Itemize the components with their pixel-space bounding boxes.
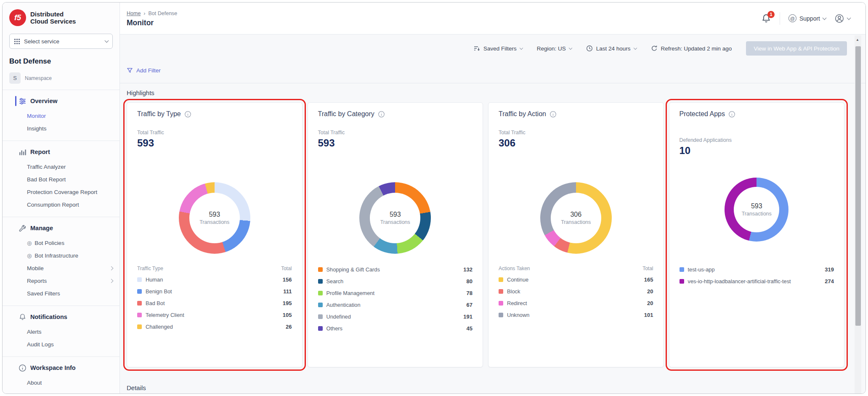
legend-row-profile-management[interactable]: Profile Management78 [318, 287, 473, 299]
sidebar-section-label: Workspace Info [30, 364, 76, 371]
sidebar-item-alerts[interactable]: Alerts [3, 325, 119, 338]
sidebar-divider [3, 356, 119, 357]
brand-logo[interactable]: f5 Distributed Cloud Services [3, 3, 119, 29]
sidebar-section-overview[interactable]: Overview [3, 93, 119, 109]
legend-row-benign-bot[interactable]: Benign Bot111 [137, 285, 292, 297]
sidebar-item-mobile[interactable]: Mobile [3, 262, 119, 274]
info-icon[interactable] [549, 111, 557, 118]
legend-label: Bad Bot [146, 300, 283, 306]
legend-row-authentication[interactable]: Authentication67 [318, 299, 473, 311]
app-grid-icon [14, 38, 20, 45]
select-service-label: Select service [24, 38, 101, 45]
legend-row-human[interactable]: Human156 [137, 274, 292, 285]
legend-row-continue[interactable]: Continue165 [499, 274, 653, 285]
legend-label: Profile Management [326, 290, 467, 296]
info-icon[interactable] [378, 111, 385, 118]
legend-label: Block [507, 288, 647, 295]
support-icon: @ [788, 14, 796, 22]
legend-row-shopping-gift-cards[interactable]: Shopping & Gift Cards132 [318, 263, 473, 275]
legend-value: 195 [283, 300, 292, 306]
saved-filters-dropdown[interactable]: Saved Filters [473, 45, 523, 52]
time-range-dropdown[interactable]: Last 24 hours [586, 45, 637, 52]
namespace-row[interactable]: S Namespace [9, 72, 113, 84]
notifications-bell-button[interactable]: 1 [761, 13, 771, 24]
breadcrumb-home-link[interactable]: Home [127, 11, 141, 16]
legend-value: 80 [467, 278, 472, 284]
sidebar-item-label: Reports [27, 278, 47, 284]
sidebar-item-bot-infrastructure[interactable]: ◎Bot Infrastructure [3, 249, 119, 262]
sidebar-item-label: Mobile [27, 265, 44, 271]
user-menu[interactable] [834, 13, 850, 24]
donut-chart[interactable]: 593 Transactions [725, 178, 788, 242]
sidebar-item-insights[interactable]: Insights [3, 122, 119, 135]
add-filter-button[interactable]: Add Filter [127, 67, 161, 74]
legend-row-block[interactable]: Block20 [499, 285, 653, 297]
region-dropdown[interactable]: Region: US [537, 45, 572, 52]
sidebar-divider [3, 141, 119, 141]
legend-row-redirect[interactable]: Redirect20 [499, 297, 653, 309]
card-title: Traffic by Action [499, 110, 546, 118]
sidebar: f5 Distributed Cloud Services Select ser… [3, 3, 120, 393]
sidebar-item-bad-bot-report[interactable]: Bad Bot Report [3, 173, 119, 186]
sidebar-section-manage[interactable]: Manage [3, 220, 119, 237]
region-label: Region: US [537, 45, 566, 52]
view-in-waap-button[interactable]: View in Web App & API Protection [746, 41, 847, 56]
brand-name: Distributed Cloud Services [30, 11, 76, 25]
sidebar-item-label: Insights [27, 125, 47, 132]
legend-row-ves-io-http-loadbalancer-artificial-traffic-test[interactable]: ves-io-http-loadbalancer-artificial-traf… [680, 275, 834, 287]
scroll-up-arrow-icon[interactable]: ▲ [856, 38, 859, 42]
sidebar-item-reports[interactable]: Reports [3, 274, 119, 287]
sidebar-section-report[interactable]: Report [3, 144, 119, 160]
legend-row-challenged[interactable]: Challenged26 [137, 321, 292, 332]
vertical-scrollbar[interactable]: ▲ [855, 35, 861, 393]
card-legend: Actions TakenTotalContinue165Block20Redi… [499, 263, 653, 321]
clock-icon [586, 45, 593, 52]
legend-value: 191 [463, 314, 472, 320]
legend-value: 156 [283, 276, 292, 283]
legend-row-bad-bot[interactable]: Bad Bot195 [137, 297, 292, 309]
sidebar-section-workspace-info[interactable]: Workspace Info [3, 359, 119, 376]
sidebar-item-about[interactable]: About [3, 376, 119, 389]
chevron-down-icon [568, 46, 572, 49]
legend-row-telemetry-client[interactable]: Telemetry Client105 [137, 309, 292, 321]
sidebar-item-monitor[interactable]: Monitor [3, 109, 119, 122]
legend-value: 111 [283, 288, 292, 295]
chevron-right-icon [109, 279, 114, 283]
legend-row-unknown[interactable]: Unknown101 [499, 309, 653, 321]
sidebar-item-saved-filters[interactable]: Saved Filters [3, 287, 119, 300]
sidebar-item-bot-policies[interactable]: ◎Bot Policies [3, 237, 119, 249]
sidebar-item-label: Protection Coverage Report [27, 189, 97, 195]
chevron-down-icon [519, 46, 523, 49]
legend-swatch [318, 326, 323, 331]
donut-center-label: Transactions [742, 211, 772, 217]
legend-row-test-us-app[interactable]: test-us-app319 [680, 263, 834, 275]
donut-chart[interactable]: 593 Transactions [359, 182, 431, 254]
sidebar-item-consumption-report[interactable]: Consumption Report [3, 198, 119, 211]
legend-row-undefined[interactable]: Undefined191 [318, 311, 473, 322]
sidebar-section-notifications[interactable]: Notifications [3, 308, 119, 325]
select-service-dropdown[interactable]: Select service [9, 34, 113, 49]
donut-chart[interactable]: 306 Transactions [540, 182, 612, 254]
legend-row-search[interactable]: Search80 [318, 275, 473, 287]
card-title: Protected Apps [680, 110, 725, 118]
card-legend: test-us-app319ves-io-http-loadbalancer-a… [680, 263, 834, 287]
donut-center-value: 593 [390, 211, 401, 218]
user-avatar-icon [834, 13, 844, 24]
sidebar-item-label: Bad Bot Report [27, 176, 66, 183]
refresh-button[interactable]: Refresh: Updated 2 min ago [651, 45, 732, 52]
sidebar-item-label: About [27, 380, 42, 386]
sidebar-item-audit-logs[interactable]: Audit Logs [3, 338, 119, 351]
sidebar-divider [3, 217, 119, 217]
donut-chart[interactable]: 593 Transactions [179, 182, 250, 254]
legend-label: test-us-app [688, 266, 825, 273]
scrollbar-thumb[interactable] [855, 46, 861, 326]
legend-row-others[interactable]: Others45 [318, 322, 473, 334]
sidebar-item-traffic-analyzer[interactable]: Traffic Analyzer [3, 160, 119, 173]
metric-label: Total Traffic [499, 130, 526, 136]
support-menu[interactable]: @ Support [788, 14, 826, 22]
info-icon[interactable] [728, 111, 735, 118]
header-divider [780, 12, 780, 25]
info-icon[interactable] [184, 111, 191, 118]
sidebar-item-protection-coverage-report[interactable]: Protection Coverage Report [3, 186, 119, 198]
legend-value: 67 [467, 302, 472, 308]
